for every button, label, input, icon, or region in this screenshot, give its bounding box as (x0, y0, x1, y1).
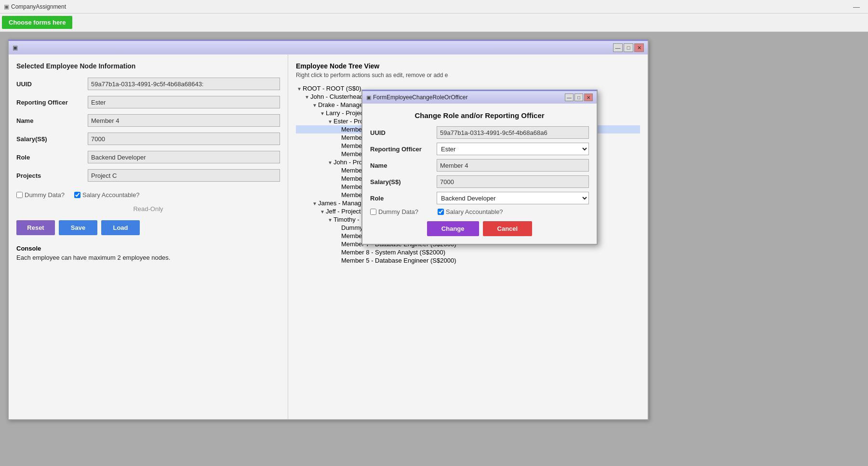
role-input[interactable] (88, 151, 280, 163)
projects-row: Projects (16, 169, 280, 182)
tree-title: Employee Node Tree View (296, 62, 640, 70)
tree-expander-icon: ▼ (327, 119, 334, 124)
name-input[interactable] (88, 114, 280, 127)
salary-row: Salary(S$) (16, 133, 280, 145)
tree-node-label: Member 5 - Database Engineer (S$2000) (341, 257, 456, 264)
dialog-titlebar: ▣ FormEmployeeChangeRoleOrOfficer — □ ✕ (362, 91, 597, 104)
left-panel-checkboxes: Dummy Data? Salary Accountable? (16, 191, 280, 199)
app-titlebar: CompanyAssignment — (0, 0, 868, 13)
name-row: Name (16, 114, 280, 127)
dialog-checkboxes: Dummy Data? Salary Accountable? (370, 208, 589, 215)
dialog-uuid-row: UUID (370, 126, 589, 139)
dialog-minimize[interactable]: — (565, 93, 574, 101)
change-role-dialog: ▣ FormEmployeeChangeRoleOrOfficer — □ ✕ … (361, 90, 598, 245)
dialog-salary-accountable-container[interactable]: Salary Accountable? (438, 208, 503, 215)
role-row: Role (16, 151, 280, 163)
uuid-label: UUID (16, 80, 84, 88)
tree-expander-icon: ▼ (296, 86, 303, 92)
dialog-reporting-officer-row: Reporting Officer EsterJohnDrakeLarryJam… (370, 143, 589, 155)
tree-expander-icon: ▼ (304, 94, 310, 100)
reset-button[interactable]: Reset (16, 220, 55, 235)
main-area: ▣ — □ ✕ Selected Employee Node Informati… (0, 32, 868, 466)
dialog-salary-input[interactable] (437, 175, 589, 188)
tree-node-label: ROOT - ROOT (S$0) (303, 85, 361, 92)
main-window-icon: ▣ (13, 44, 18, 51)
dialog-salary-label: Salary(S$) (370, 178, 433, 186)
dialog-controls: — □ ✕ (565, 93, 593, 101)
dialog-icon: ▣ (366, 94, 371, 101)
dialog-salary-accountable-checkbox[interactable] (438, 209, 444, 215)
salary-label: Salary(S$) (16, 135, 84, 143)
choose-forms-button[interactable]: Choose forms here (2, 16, 72, 29)
dialog-salary-row: Salary(S$) (370, 175, 589, 188)
app-title: CompanyAssignment (4, 3, 66, 10)
reporting-officer-input[interactable] (88, 96, 280, 108)
salary-accountable-checkbox[interactable] (74, 192, 80, 198)
uuid-row: UUID (16, 78, 280, 90)
tree-expander-icon: ▼ (327, 217, 334, 223)
tree-node[interactable]: Member 5 - Database Engineer (S$2000) (296, 256, 640, 265)
tree-expander-icon: ▼ (311, 103, 318, 108)
cancel-button[interactable]: Cancel (483, 221, 533, 236)
dialog-main-title: Change Role and/or Reporting Officer (370, 111, 589, 120)
action-buttons: Reset Save Load (16, 220, 280, 235)
left-panel-title: Selected Employee Node Information (16, 62, 280, 70)
tree-subtitle: Right click to perform actions such as e… (296, 72, 640, 79)
tree-node-label: Member 8 - System Analyst (S$2000) (341, 249, 445, 256)
reporting-officer-row: Reporting Officer (16, 96, 280, 108)
dialog-title-text: FormEmployeeChangeRoleOrOfficer (373, 94, 565, 101)
salary-accountable-checkbox-container[interactable]: Salary Accountable? (74, 191, 140, 199)
readonly-label: Read-Only (16, 205, 280, 213)
salary-input[interactable] (88, 133, 280, 145)
main-window-titlebar: ▣ — □ ✕ (9, 41, 648, 54)
name-label: Name (16, 117, 84, 124)
tree-expander-icon: ▼ (319, 209, 326, 214)
dialog-reporting-officer-select[interactable]: EsterJohnDrakeLarryJamesJeffTimothy (437, 143, 589, 155)
tree-node[interactable]: Member 8 - System Analyst (S$2000) (296, 248, 640, 256)
change-button[interactable]: Change (427, 221, 479, 236)
console-title: Console (16, 245, 280, 252)
dialog-maximize[interactable]: □ (574, 93, 583, 101)
projects-label: Projects (16, 172, 84, 179)
dialog-dummy-data-checkbox[interactable] (370, 209, 376, 215)
dialog-role-label: Role (370, 195, 433, 202)
projects-input[interactable] (88, 169, 280, 182)
dialog-content: Change Role and/or Reporting Officer UUI… (362, 104, 597, 244)
dummy-data-label: Dummy Data? (25, 191, 65, 199)
salary-accountable-label: Salary Accountable? (82, 191, 140, 199)
dialog-buttons: Change Cancel (370, 221, 589, 236)
main-window-controls: — □ ✕ (613, 43, 644, 52)
tree-expander-icon: ▼ (311, 201, 318, 206)
dialog-dummy-data-label: Dummy Data? (378, 208, 418, 215)
dialog-role-select[interactable]: Backend DeveloperFrontend DeveloperDatab… (437, 192, 589, 204)
tree-expander-icon: ▼ (319, 111, 326, 116)
console-section: Console Each employee can have maximum 2… (16, 245, 280, 412)
tree-expander-icon: ▼ (327, 160, 334, 165)
dialog-name-row: Name (370, 159, 589, 172)
uuid-input[interactable] (88, 78, 280, 90)
console-message: Each employee can have maximum 2 employe… (16, 254, 280, 261)
left-panel: Selected Employee Node Information UUID … (9, 54, 288, 419)
dialog-close[interactable]: ✕ (584, 93, 593, 101)
dialog-uuid-label: UUID (370, 129, 433, 136)
save-button[interactable]: Save (59, 220, 97, 235)
role-label: Role (16, 154, 84, 161)
main-window-close[interactable]: ✕ (634, 43, 644, 52)
dialog-reporting-officer-label: Reporting Officer (370, 146, 433, 153)
dialog-role-row: Role Backend DeveloperFrontend Developer… (370, 192, 589, 204)
dialog-uuid-input[interactable] (437, 126, 589, 139)
toolbar: Choose forms here (0, 13, 868, 32)
dummy-data-checkbox-container[interactable]: Dummy Data? (16, 191, 65, 199)
dialog-salary-accountable-label: Salary Accountable? (446, 208, 503, 215)
dummy-data-checkbox[interactable] (16, 192, 23, 198)
load-button[interactable]: Load (101, 220, 140, 235)
dialog-name-label: Name (370, 162, 433, 169)
main-window-maximize[interactable]: □ (624, 43, 633, 52)
dialog-name-input[interactable] (437, 159, 589, 172)
dialog-dummy-data-container[interactable]: Dummy Data? (370, 208, 418, 215)
reporting-officer-label: Reporting Officer (16, 99, 84, 106)
app-minimize-button[interactable]: — (853, 3, 860, 11)
main-window-minimize[interactable]: — (613, 43, 623, 52)
